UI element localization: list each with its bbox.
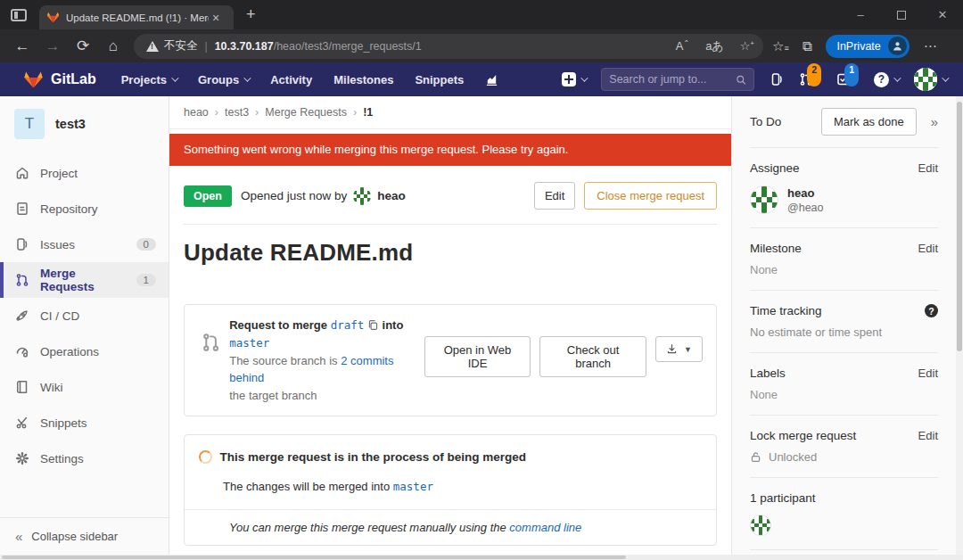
caret-down-icon: ▼ <box>684 345 692 354</box>
search-box[interactable] <box>601 68 754 91</box>
search-icon <box>736 74 746 86</box>
close-merge-request-button[interactable]: Close merge request <box>584 182 717 210</box>
error-alert: Something went wrong while merging this … <box>169 134 731 166</box>
project-context[interactable]: T test3 <box>0 96 169 155</box>
favorites-bar-icon[interactable]: ☆≡ <box>772 38 788 54</box>
chart-icon[interactable] <box>485 73 498 86</box>
translate-icon[interactable]: aあ <box>705 38 724 54</box>
gitlab-logo-icon <box>23 70 44 90</box>
nav-groups[interactable]: Groups <box>198 73 249 86</box>
chevron-down-icon <box>171 74 178 81</box>
into-label: into <box>383 318 404 332</box>
breadcrumb-merge-requests[interactable]: Merge Requests <box>265 106 347 119</box>
time-tracking-help-icon[interactable]: ? <box>925 304 938 317</box>
request-to-merge-label: Request to merge <box>229 318 327 332</box>
breadcrumb-test3[interactable]: test3 <box>225 106 249 119</box>
new-menu-button[interactable] <box>562 72 586 86</box>
assignee-name[interactable]: heao <box>787 186 824 200</box>
todo-count-badge: 1 <box>844 63 859 86</box>
collections-icon[interactable]: ⧉ <box>802 38 812 54</box>
scissors-icon <box>15 416 29 430</box>
gitlab-brand[interactable]: GitLab <box>23 70 96 90</box>
nav-snippets[interactable]: Snippets <box>415 73 464 86</box>
forward-button[interactable]: → <box>37 37 68 55</box>
help-menu-button[interactable]: ? <box>874 72 899 87</box>
milestone-value: None <box>750 263 938 276</box>
mark-as-done-button[interactable]: Mark as done <box>821 108 917 136</box>
nav-milestones[interactable]: Milestones <box>333 73 393 86</box>
labels-edit-link[interactable]: Edit <box>918 366 938 380</box>
source-branch-link[interactable]: draft <box>331 318 365 332</box>
collapse-right-sidebar-icon[interactable]: » <box>931 114 938 129</box>
manual-merge-text: You can merge this merge request manuall… <box>229 521 506 534</box>
merge-requests-nav-button[interactable]: 2 <box>799 72 821 86</box>
sidebar-item-repository[interactable]: Repository <box>0 191 169 226</box>
user-avatar <box>914 68 937 91</box>
url-host: 10.3.70.187 <box>215 40 274 53</box>
lock-section: Lock merge request Edit Unlocked <box>750 416 938 478</box>
sidebar-item-operations[interactable]: Operations <box>0 334 169 369</box>
browser-toolbar: ← → ⟳ ⌂ 不安全 | 10.3.70.187 /heao/test3/me… <box>0 29 963 62</box>
sidebar-item-wiki[interactable]: Wiki <box>0 369 169 405</box>
collapse-sidebar-button[interactable]: « Collapse sidebar <box>0 517 169 555</box>
assignee-avatar[interactable] <box>750 185 778 214</box>
sidebar-item-merge-requests[interactable]: Merge Requests 1 <box>0 262 169 298</box>
target-branch-link[interactable]: master <box>393 480 433 493</box>
sidebar-item-issues[interactable]: Issues 0 <box>0 226 169 262</box>
home-icon <box>15 166 29 180</box>
nav-projects[interactable]: Projects <box>121 73 177 86</box>
lock-edit-link[interactable]: Edit <box>918 429 938 442</box>
todos-nav-button[interactable]: 1 <box>836 72 859 86</box>
issues-count-badge: 0 <box>136 238 156 251</box>
milestone-edit-link[interactable]: Edit <box>918 242 938 255</box>
read-aloud-icon[interactable]: A⌃ <box>676 39 689 53</box>
open-web-ide-button[interactable]: Open in Web IDE <box>424 336 531 377</box>
command-line-link[interactable]: command line <box>509 521 581 534</box>
new-tab-button[interactable]: + <box>246 5 256 24</box>
vertical-scrollbar-thumb[interactable] <box>957 102 962 351</box>
sidebar-item-project[interactable]: Project <box>0 155 169 191</box>
issues-icon <box>15 237 29 251</box>
chevron-down-icon <box>942 74 949 81</box>
merge-target-text: The changes will be merged into <box>223 480 390 493</box>
close-window-button[interactable]: ✕ <box>922 0 963 29</box>
status-badge: Open <box>184 185 232 207</box>
chevron-down-icon <box>893 74 901 81</box>
sidebar-item-cicd[interactable]: CI / CD <box>0 298 169 334</box>
back-button[interactable]: ← <box>7 37 37 55</box>
tab-actions-icon[interactable] <box>11 9 27 21</box>
nav-activity[interactable]: Activity <box>270 73 312 86</box>
breadcrumb: heao› test3› Merge Requests› !1 <box>169 96 731 129</box>
breadcrumb-heao[interactable]: heao <box>184 106 209 119</box>
user-menu-button[interactable] <box>914 68 947 91</box>
todo-label: To Do <box>750 115 781 128</box>
copy-branch-icon[interactable] <box>367 319 379 331</box>
sidebar-item-snippets[interactable]: Snippets <box>0 405 169 441</box>
edit-button[interactable]: Edit <box>534 182 575 210</box>
browser-tab[interactable]: Update README.md (!1) · Merge × <box>39 5 234 29</box>
sidebar-item-settings[interactable]: Settings <box>0 441 169 476</box>
byline-text: Opened just now by <box>241 189 347 202</box>
author-name[interactable]: heao <box>377 189 406 202</box>
lock-value: Unlocked <box>769 450 817 464</box>
author-avatar[interactable] <box>353 187 371 205</box>
book-icon <box>15 380 29 394</box>
horizontal-scrollbar-thumb[interactable] <box>2 556 626 559</box>
add-favorite-icon[interactable]: ☆+ <box>740 39 754 53</box>
checkout-branch-button[interactable]: Check out branch <box>539 336 646 377</box>
assignee-edit-link[interactable]: Edit <box>918 161 938 175</box>
maximize-button[interactable] <box>881 0 922 29</box>
minimize-button[interactable]: – <box>840 0 881 29</box>
inprivate-badge[interactable]: InPrivate <box>826 35 909 58</box>
participant-avatar[interactable] <box>750 515 771 536</box>
search-input[interactable] <box>609 73 736 86</box>
target-branch-link[interactable]: master <box>229 336 269 350</box>
home-button[interactable]: ⌂ <box>98 37 128 55</box>
merge-status-widget: This merge request is in the process of … <box>184 434 717 546</box>
tab-close-icon[interactable]: × <box>212 11 219 25</box>
refresh-button[interactable]: ⟳ <box>68 37 98 55</box>
download-dropdown-button[interactable]: ▼ <box>655 336 703 362</box>
issues-nav-icon[interactable] <box>770 72 784 86</box>
browser-menu-icon[interactable]: ⋯ <box>924 38 938 54</box>
address-bar[interactable]: 不安全 | 10.3.70.187 /heao/test3/merge_requ… <box>134 34 763 59</box>
